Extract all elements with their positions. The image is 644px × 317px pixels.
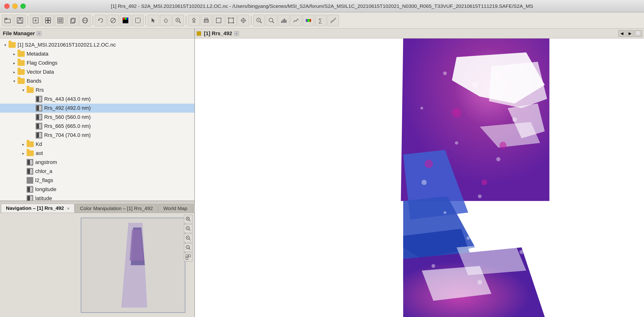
- tree-item-flagcodings[interactable]: Flag Codings: [0, 58, 194, 68]
- toolbar-subset[interactable]: [55, 15, 66, 26]
- nav-sync-btn[interactable]: [184, 253, 192, 262]
- folder-icon-root: [8, 42, 16, 48]
- toolbar-transform[interactable]: [225, 15, 237, 26]
- file-manager-title: File Manager: [3, 30, 35, 36]
- tree-label-l2flags: l2_flags: [35, 177, 53, 184]
- toolbar-copy[interactable]: [67, 15, 78, 26]
- toolbar-undo[interactable]: [95, 15, 106, 26]
- tab-colormanipulation[interactable]: Color Manipulation – [1] Rrs_492: [75, 204, 158, 213]
- tree-item-rrs704[interactable]: Rrs_704 (704.0 nm): [0, 131, 194, 140]
- toolbar-stats[interactable]: ∑: [315, 15, 326, 26]
- tree-item-angstrom[interactable]: angstrom: [0, 158, 194, 167]
- svg-rect-4: [18, 20, 22, 23]
- toolbar-histogram[interactable]: [278, 15, 290, 26]
- toolbar-new-product[interactable]: [30, 15, 41, 26]
- toolbar-profile[interactable]: [328, 15, 339, 26]
- file-manager-close[interactable]: ×: [36, 31, 41, 36]
- toolbar-chart[interactable]: [290, 15, 302, 26]
- tab-navigation[interactable]: Navigation – [1] Rrs_492 ×: [1, 204, 74, 213]
- tree-arrow-vectordata[interactable]: [11, 69, 18, 75]
- toolbar-print[interactable]: [200, 15, 212, 26]
- view-title: [1] Rrs_492: [204, 30, 232, 36]
- view-prev-btn[interactable]: ◀: [618, 30, 626, 37]
- nav-zoom-in-btn[interactable]: [184, 215, 192, 223]
- svg-line-75: [189, 239, 190, 240]
- tree-label-rrs443: Rrs_443 (443.0 nm): [44, 96, 91, 102]
- tree-label-kd: Kd: [36, 141, 42, 147]
- toolbar-pan[interactable]: [160, 15, 172, 26]
- tree-item-root[interactable]: [1] S2A_MSI.20210615T102021.L2.OC.nc: [0, 40, 194, 50]
- toolbar-zoom-more[interactable]: [266, 15, 277, 26]
- close-button[interactable]: [4, 4, 10, 9]
- svg-point-123: [496, 157, 500, 161]
- tree-arrow-rrs[interactable]: [20, 87, 26, 94]
- tree-item-latitude[interactable]: latitude: [0, 194, 194, 200]
- tree-item-bands[interactable]: Bands: [0, 76, 194, 86]
- view-next-btn[interactable]: ▶: [626, 30, 634, 37]
- toolbar-open[interactable]: [2, 15, 13, 26]
- folder-icon-vectordata: [18, 69, 25, 75]
- title-bar: [1] Rrs_492 - S2A_MSI.20210615T102021.L2…: [0, 0, 644, 12]
- toolbar-zoom-in[interactable]: [172, 15, 184, 26]
- tree-arrow-bands[interactable]: [11, 78, 18, 84]
- maximize-button[interactable]: [20, 4, 26, 9]
- tree-item-longitude[interactable]: longitude: [0, 185, 194, 194]
- nav-zoom-out-btn[interactable]: [184, 224, 192, 233]
- svg-rect-41: [228, 18, 233, 23]
- tree-arrow-flagcodings[interactable]: [11, 60, 18, 66]
- svg-rect-3: [18, 18, 22, 20]
- toolbar-zoom-out[interactable]: [253, 15, 265, 26]
- tab-nav-close[interactable]: ×: [67, 206, 70, 210]
- svg-marker-109: [489, 62, 547, 108]
- nav-zoom-fit-btn[interactable]: [184, 234, 192, 242]
- tab-worldmap[interactable]: World Map: [158, 204, 192, 213]
- toolbar-color[interactable]: [120, 15, 131, 26]
- svg-rect-54: [281, 21, 282, 23]
- tree-label-bands: Bands: [26, 78, 41, 84]
- toolbar-rect-select[interactable]: [213, 15, 224, 26]
- toolbar-crosshair[interactable]: [238, 15, 249, 26]
- band-icon-chlora: [26, 168, 33, 175]
- view-close-btn[interactable]: ×: [234, 31, 239, 36]
- svg-marker-117: [456, 242, 526, 275]
- nav-zoom-actual-btn[interactable]: 1:1: [184, 243, 192, 252]
- tree-label-rrs: Rrs: [36, 87, 44, 93]
- toolbar-grid[interactable]: [42, 15, 54, 26]
- bottom-content: 1:1: [0, 213, 194, 317]
- tree-item-metadata[interactable]: Metadata: [0, 50, 194, 58]
- tree-item-aot[interactable]: aot: [0, 149, 194, 158]
- tree-item-chlora[interactable]: chlor_a: [0, 167, 194, 176]
- view-maximize-btn[interactable]: ⬜: [634, 30, 642, 37]
- tree-item-l2flags[interactable]: l2_flags: [0, 176, 194, 185]
- toolbar-globe[interactable]: [79, 15, 91, 26]
- tree-item-rrs665[interactable]: Rrs_665 (665.0 nm): [0, 122, 194, 131]
- svg-rect-62: [28, 178, 30, 180]
- tree-label-aot: aot: [36, 150, 43, 156]
- svg-text:1:1: 1:1: [187, 246, 190, 248]
- svg-line-50: [260, 22, 262, 23]
- tree-panel[interactable]: [1] S2A_MSI.20210615T102021.L2.OC.nc Met…: [0, 38, 194, 200]
- svg-point-130: [432, 264, 435, 268]
- toolbar-no-selection[interactable]: [108, 15, 119, 26]
- tree-item-rrs[interactable]: Rrs: [0, 86, 194, 94]
- toolbar-pin[interactable]: [188, 15, 200, 26]
- tree-arrow-kd[interactable]: [20, 141, 26, 148]
- svg-rect-26: [123, 20, 128, 23]
- minimize-button[interactable]: [12, 4, 18, 9]
- tree-item-vectordata[interactable]: Vector Data: [0, 68, 194, 76]
- toolbar-cursor[interactable]: [148, 15, 159, 26]
- tree-item-rrs443[interactable]: Rrs_443 (443.0 nm): [0, 94, 194, 104]
- left-panel: File Manager × [1] S2A_MSI.20210615T1020…: [0, 28, 195, 317]
- tree-arrow-metadata[interactable]: [11, 50, 18, 57]
- tree-label-chlora: chlor_a: [35, 168, 52, 174]
- tree-arrow-root[interactable]: [2, 42, 8, 48]
- toolbar-select-region[interactable]: [132, 15, 144, 26]
- image-canvas: [195, 38, 644, 317]
- tree-item-kd[interactable]: Kd: [0, 140, 194, 149]
- bottom-panel: Navigation – [1] Rrs_492 × Color Manipul…: [0, 200, 194, 317]
- tree-item-rrs560[interactable]: Rrs_560 (560.0 nm): [0, 113, 194, 122]
- toolbar-save[interactable]: [14, 15, 26, 26]
- toolbar-spectrum[interactable]: [303, 15, 314, 26]
- tree-item-rrs492[interactable]: Rrs_492 (492.0 nm): [0, 104, 194, 113]
- tree-arrow-aot[interactable]: [20, 150, 26, 156]
